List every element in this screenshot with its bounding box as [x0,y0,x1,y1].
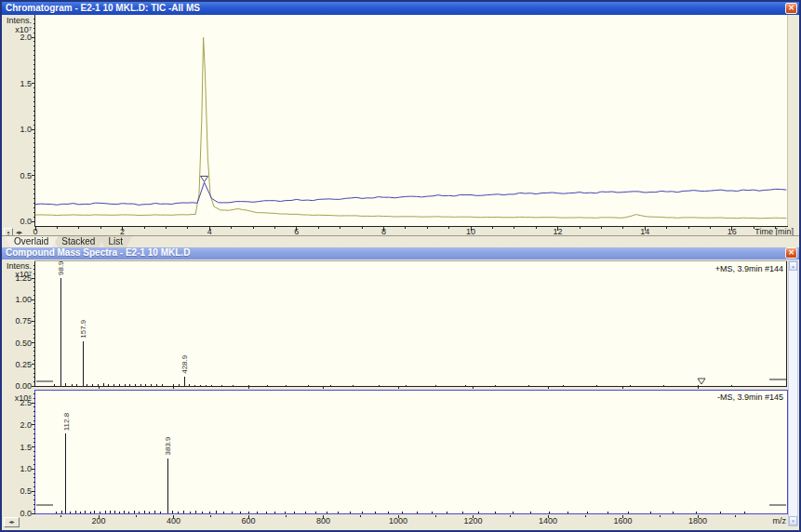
chromatogram-plot-area[interactable] [34,15,788,226]
peak-label: 157.9 [79,319,87,339]
y-tick-label: 0.0 [20,509,32,518]
x-tick-label: 1800 [688,516,707,525]
chromatogram-titlebar[interactable]: Chromatogram - E2-1 10 MKL.D: TIC -All M… [2,2,799,15]
spectrum-marker[interactable] [698,379,705,384]
y-tick-label: 0.75 [15,316,32,326]
y-tick-label: 2.0 [20,420,32,430]
spectrum-plot-1: 0.000.250.500.751.001.25Intens.x10⁷+MS, … [7,260,787,391]
y-tick-label: 0.00 [15,381,32,391]
spectrum-peaks [55,278,731,386]
x-tick-label: 400 [167,516,180,525]
tab-overlaid[interactable]: Overlaid [5,236,58,247]
chromatogram-panel-title: Chromatogram - E2-1 10 MKL.D: TIC -All M… [2,2,799,15]
tab-list[interactable]: List [99,236,132,247]
chromatogram-axes [32,15,789,231]
peak-label: 428.9 [180,354,189,374]
x-tick-label: 1200 [463,516,482,525]
y-tick-label: 1.5 [20,443,32,452]
peak-label: 383.9 [164,436,172,456]
spectrum-plot-2: 0.00.51.01.52.02.5x10⁶-MS, 3.9min #14511… [15,390,787,518]
intensity-range-handle[interactable] [769,504,786,506]
y-axis-unit: x10⁷ [15,270,32,279]
spectra-scrollbar[interactable]: ▴ ▾ [788,260,798,526]
y-tick-label: 1.5 [20,79,32,88]
x-axis-label: m/z [773,516,787,525]
chromatogram-peak-marker[interactable] [201,176,208,181]
y-tick-label: 0.5 [20,486,32,496]
y-tick-label: 2.0 [20,33,32,42]
x-tick-label: 1400 [539,516,557,525]
spectrum-axes [32,260,788,389]
y-axis-unit: x10⁷ [15,25,32,34]
x-tick-label: 1600 [613,516,632,525]
plots-canvas: 0.00.51.01.52.0Intens.x10⁷0246810121416T… [0,0,801,532]
peak-label: 98.9 [57,260,65,275]
x-tick-label: 200 [91,516,105,525]
chromatogram-tab-row: Overlaid Stacked List [2,235,799,247]
spectrum-annotation: +MS, 3.9min #144 [715,264,783,273]
spectrum-annotation: -MS, 3.9min #145 [717,392,783,402]
application-window: Chromatogram - E2-1 10 MKL.D: TIC -All M… [0,0,801,532]
y-axis-name: Intens. [7,16,32,25]
scroll-down-icon[interactable]: ▾ [789,516,797,525]
spectra-pan-button[interactable]: ◂▸ [4,517,20,527]
y-tick-label: 0.50 [15,339,32,348]
tab-stacked[interactable]: Stacked [52,236,104,247]
x-tick-label: 600 [241,516,255,525]
y-tick-label: 1.0 [20,464,32,473]
chromatogram-plot: 0.00.51.01.52.0Intens.x10⁷0246810121416T… [7,15,794,236]
y-tick-label: 0.0 [20,217,32,226]
intensity-range-handle[interactable] [769,379,786,380]
mz-axis: 20040060080010001200140016001800m/z [61,515,787,526]
chromatogram-trace [35,182,786,205]
y-tick-label: 1.0 [20,125,32,134]
peak-label: 112.8 [62,412,71,431]
y-axis-name: Intens. [7,261,32,271]
y-tick-label: 1.00 [15,295,32,304]
y-tick-label: 1.25 [15,273,32,283]
intensity-range-handle[interactable] [36,504,53,506]
y-tick-label: 2.5 [20,398,32,407]
x-tick-label: 800 [316,516,330,525]
y-tick-label: 0.5 [20,171,32,180]
spectra-panel-title: Compound Mass Spectra - E2-1 10 MKL.D [2,246,799,259]
pan-right-icon[interactable]: ▸ [20,229,23,235]
y-axis-unit: x10⁶ [15,393,33,403]
y-tick-label: 0.25 [15,360,32,369]
close-icon[interactable]: ✕ [785,3,797,14]
chromatogram-trace [35,37,786,219]
pan-right-icon[interactable]: ▸ [12,519,15,525]
spectrum-plot-area-2[interactable] [34,390,787,513]
close-icon[interactable]: ✕ [785,247,797,259]
x-tick-label: 1000 [389,516,407,525]
spectrum-axes [32,391,788,514]
intensity-range-handle[interactable] [36,380,53,382]
spectra-titlebar[interactable]: Compound Mass Spectra - E2-1 10 MKL.D ✕ [2,246,799,259]
spectrum-plot-area-1[interactable] [34,260,787,386]
spectrum-peaks [57,433,744,513]
scroll-up-icon[interactable]: ▴ [789,261,797,271]
